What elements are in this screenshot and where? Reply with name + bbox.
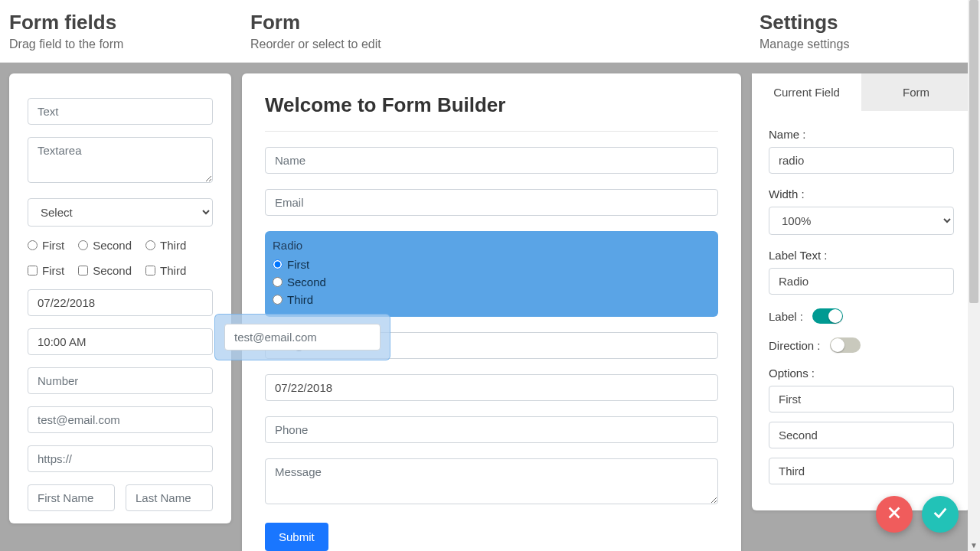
palette-time[interactable] <box>28 328 213 355</box>
tab-current-field[interactable]: Current Field <box>752 73 861 111</box>
form-radio-label: Radio <box>273 239 710 252</box>
form-radio-selected[interactable]: Radio First Second Third <box>265 231 718 317</box>
setting-labeltext-label: Label Text : <box>769 249 954 262</box>
header-title-settings: Settings <box>760 11 971 34</box>
scroll-thumb[interactable] <box>969 0 978 303</box>
setting-labeltext-input[interactable] <box>769 268 954 295</box>
setting-direction-label: Direction : <box>769 339 821 352</box>
palette-firstname[interactable] <box>28 484 115 511</box>
palette-radio[interactable] <box>145 240 155 250</box>
header-subtitle-form: Reorder or select to edit <box>250 37 741 51</box>
form-phone-input[interactable] <box>265 416 718 443</box>
form-canvas[interactable]: Welcome to Form Builder Radio First Seco… <box>242 73 741 551</box>
form-date-input[interactable] <box>265 374 718 401</box>
palette-url[interactable] <box>28 445 213 472</box>
palette-lastname[interactable] <box>126 484 213 511</box>
form-title: Welcome to Form Builder <box>265 93 718 117</box>
palette-checkbox[interactable] <box>145 266 155 276</box>
palette-date[interactable] <box>28 289 213 316</box>
settings-panel: Current Field Form Name : Width : 100% L… <box>752 73 971 510</box>
header-col-form: Form Reorder or select to edit <box>241 0 750 62</box>
palette-number[interactable] <box>28 367 213 394</box>
workspace: Select First Second Third First Second T… <box>0 63 980 551</box>
scroll-down-icon[interactable]: ▼ <box>968 539 980 551</box>
form-email-input-top[interactable] <box>265 189 718 216</box>
palette-text[interactable] <box>28 98 213 125</box>
header-subtitle-settings: Manage settings <box>760 37 971 51</box>
form-radio-option[interactable] <box>273 277 283 287</box>
divider <box>265 131 718 132</box>
tab-form[interactable]: Form <box>861 73 971 111</box>
header-title-fields: Form fields <box>9 11 232 34</box>
setting-option-input[interactable] <box>769 422 954 448</box>
close-icon <box>886 504 903 524</box>
setting-label-toggle-label: Label : <box>769 310 803 323</box>
setting-width-label: Width : <box>769 187 954 201</box>
check-icon <box>932 504 949 524</box>
form-radio-option[interactable] <box>273 259 283 269</box>
setting-name-label: Name : <box>769 128 954 141</box>
header-bar: Form fields Drag field to the form Form … <box>0 0 980 63</box>
setting-label-toggle[interactable] <box>812 308 843 324</box>
palette-select[interactable]: Select <box>28 198 213 227</box>
scrollbar[interactable]: ▲ ▼ <box>968 0 980 551</box>
setting-option-input[interactable] <box>769 458 954 484</box>
confirm-button[interactable] <box>922 496 959 533</box>
header-subtitle-fields: Drag field to the form <box>9 37 232 51</box>
cancel-button[interactable] <box>876 496 913 533</box>
form-name-input[interactable] <box>265 147 718 174</box>
palette-radio[interactable] <box>78 240 88 250</box>
palette-checkbox[interactable] <box>78 266 88 276</box>
palette-checkbox-group[interactable]: First Second Third <box>28 264 213 277</box>
palette-checkbox[interactable] <box>28 266 38 276</box>
header-col-settings: Settings Manage settings <box>750 0 980 62</box>
palette-textarea[interactable] <box>28 137 213 183</box>
palette-panel: Select First Second Third First Second T… <box>9 73 231 523</box>
settings-tabs: Current Field Form <box>752 73 971 111</box>
form-message-input[interactable] <box>265 458 718 504</box>
setting-width-select[interactable]: 100% <box>769 207 954 235</box>
setting-options-label: Options : <box>769 367 954 380</box>
palette-radio[interactable] <box>28 240 38 250</box>
form-email-input-mid[interactable] <box>265 332 718 359</box>
palette-radio-group[interactable]: First Second Third <box>28 239 213 252</box>
submit-button[interactable]: Submit <box>265 523 328 551</box>
setting-direction-toggle[interactable] <box>830 337 861 353</box>
palette-email[interactable] <box>28 406 213 433</box>
header-title-form: Form <box>250 11 741 34</box>
setting-option-input[interactable] <box>769 386 954 412</box>
form-radio-option[interactable] <box>273 295 283 305</box>
setting-name-input[interactable] <box>769 147 954 174</box>
header-col-fields: Form fields Drag field to the form <box>0 0 241 62</box>
